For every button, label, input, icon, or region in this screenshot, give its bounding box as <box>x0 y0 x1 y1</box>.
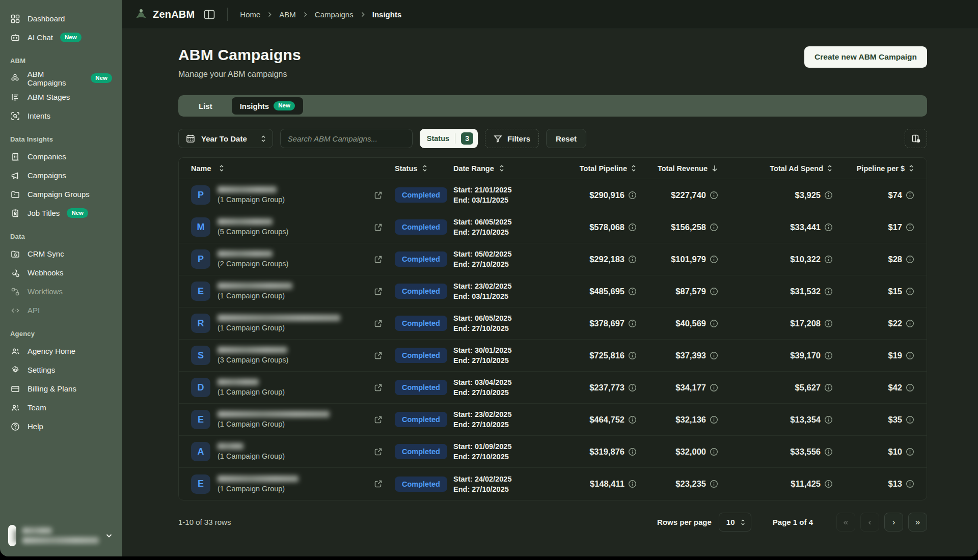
sidebar-item-intents[interactable]: Intents <box>5 106 117 125</box>
external-link-icon[interactable] <box>374 319 383 328</box>
tab-list[interactable]: List <box>180 97 231 115</box>
info-icon[interactable] <box>628 223 637 232</box>
sidebar-item-dashboard[interactable]: Dashboard <box>5 9 117 28</box>
column-header-total-revenue[interactable]: Total Revenue <box>637 164 718 173</box>
column-header-name[interactable]: Name <box>191 164 395 173</box>
info-icon[interactable] <box>906 383 914 392</box>
table-row[interactable]: R(1 Campaign Group)CompletedStart: 06/05… <box>179 307 927 340</box>
info-icon[interactable] <box>906 191 914 200</box>
info-icon[interactable] <box>628 383 637 392</box>
table-row[interactable]: P(1 Campaign Group)CompletedStart: 21/01… <box>179 179 927 211</box>
column-header-total-pipeline[interactable]: Total Pipeline <box>560 164 637 173</box>
filters-button[interactable]: Filters <box>485 129 539 148</box>
info-icon[interactable] <box>824 287 833 296</box>
info-icon[interactable] <box>824 319 833 328</box>
info-icon[interactable] <box>824 480 833 488</box>
external-link-icon[interactable] <box>374 223 383 232</box>
first-page-button[interactable]: « <box>836 513 855 531</box>
column-header-pipeline-per-dollar[interactable]: Pipeline per $ <box>833 164 914 173</box>
info-icon[interactable] <box>710 447 718 456</box>
last-page-button[interactable]: » <box>908 513 927 531</box>
external-link-icon[interactable] <box>374 480 383 488</box>
breadcrumb-abm[interactable]: ABM <box>279 10 296 19</box>
info-icon[interactable] <box>710 351 718 360</box>
info-icon[interactable] <box>824 223 833 232</box>
breadcrumb-insights[interactable]: Insights <box>372 10 402 19</box>
info-icon[interactable] <box>824 351 833 360</box>
info-icon[interactable] <box>710 255 718 264</box>
external-link-icon[interactable] <box>374 287 383 296</box>
info-icon[interactable] <box>824 447 833 456</box>
sidebar-item-workflows[interactable]: Workflows <box>5 282 117 301</box>
breadcrumb-home[interactable]: Home <box>240 10 260 19</box>
info-icon[interactable] <box>628 447 637 456</box>
reset-button[interactable]: Reset <box>546 129 586 148</box>
external-link-icon[interactable] <box>374 447 383 456</box>
info-icon[interactable] <box>628 351 637 360</box>
sidebar-item-companies[interactable]: Companies <box>5 147 117 166</box>
tab-insights[interactable]: Insights New <box>232 97 303 115</box>
info-icon[interactable] <box>824 383 833 392</box>
info-icon[interactable] <box>710 223 718 232</box>
info-icon[interactable] <box>710 319 718 328</box>
table-row[interactable]: P(2 Campaign Groups)CompletedStart: 05/0… <box>179 243 927 275</box>
prev-page-button[interactable]: ‹ <box>860 513 879 531</box>
info-icon[interactable] <box>906 255 914 264</box>
status-filter-button[interactable]: Status 3 <box>420 129 478 148</box>
user-menu[interactable] <box>0 518 122 556</box>
info-icon[interactable] <box>906 415 914 424</box>
info-icon[interactable] <box>824 255 833 264</box>
column-header-total-ad-spend[interactable]: Total Ad Spend <box>718 164 833 173</box>
date-range-select[interactable]: Year To Date <box>178 129 273 148</box>
info-icon[interactable] <box>628 319 637 328</box>
info-icon[interactable] <box>906 447 914 456</box>
info-icon[interactable] <box>906 351 914 360</box>
info-icon[interactable] <box>710 480 718 488</box>
info-icon[interactable] <box>906 223 914 232</box>
info-icon[interactable] <box>628 480 637 488</box>
info-icon[interactable] <box>628 191 637 200</box>
sidebar-item-ai-chat[interactable]: AI Chat New <box>5 28 117 47</box>
external-link-icon[interactable] <box>374 415 383 424</box>
column-settings-button[interactable] <box>905 129 927 148</box>
info-icon[interactable] <box>628 287 637 296</box>
sidebar-item-campaign-groups[interactable]: Campaign Groups <box>5 185 117 204</box>
info-icon[interactable] <box>710 415 718 424</box>
search-input[interactable] <box>288 134 405 143</box>
table-row[interactable]: E(1 Campaign Group)CompletedStart: 23/02… <box>179 404 927 436</box>
info-icon[interactable] <box>628 415 637 424</box>
create-campaign-button[interactable]: Create new ABM Campaign <box>804 46 927 68</box>
next-page-button[interactable]: › <box>884 513 903 531</box>
sidebar-item-help[interactable]: Help <box>5 417 117 436</box>
table-row[interactable]: A(1 Campaign Group)CompletedStart: 01/09… <box>179 436 927 468</box>
info-icon[interactable] <box>710 191 718 200</box>
chevron-down-icon[interactable] <box>105 531 113 540</box>
table-row[interactable]: S(3 Campaign Groups)CompletedStart: 30/0… <box>179 340 927 372</box>
rows-per-page-select[interactable]: 10 <box>719 513 751 531</box>
sidebar-item-crm-sync[interactable]: CRM Sync <box>5 244 117 263</box>
sidebar-item-settings[interactable]: Settings <box>5 360 117 379</box>
sidebar-item-campaigns[interactable]: Campaigns <box>5 166 117 185</box>
external-link-icon[interactable] <box>374 255 383 264</box>
sidebar-toggle-icon[interactable] <box>204 10 215 19</box>
external-link-icon[interactable] <box>374 191 383 200</box>
info-icon[interactable] <box>710 383 718 392</box>
sidebar-item-agency-home[interactable]: Agency Home <box>5 342 117 360</box>
info-icon[interactable] <box>906 319 914 328</box>
sidebar-item-abm-stages[interactable]: ABM Stages <box>5 88 117 106</box>
external-link-icon[interactable] <box>374 351 383 360</box>
info-icon[interactable] <box>824 191 833 200</box>
sidebar-item-abm-campaigns[interactable]: ABM Campaigns New <box>5 69 117 88</box>
column-header-date-range[interactable]: Date Range <box>453 164 560 173</box>
sidebar-item-api[interactable]: API <box>5 301 117 320</box>
info-icon[interactable] <box>906 287 914 296</box>
column-header-status[interactable]: Status <box>395 164 453 173</box>
sidebar-item-team[interactable]: Team <box>5 398 117 417</box>
external-link-icon[interactable] <box>374 383 383 392</box>
info-icon[interactable] <box>824 415 833 424</box>
table-row[interactable]: E(1 Campaign Group)CompletedStart: 23/02… <box>179 275 927 307</box>
info-icon[interactable] <box>628 255 637 264</box>
table-row[interactable]: M(5 Campaign Groups)CompletedStart: 06/0… <box>179 211 927 243</box>
sidebar-item-billing[interactable]: Billing & Plans <box>5 379 117 398</box>
info-icon[interactable] <box>710 287 718 296</box>
